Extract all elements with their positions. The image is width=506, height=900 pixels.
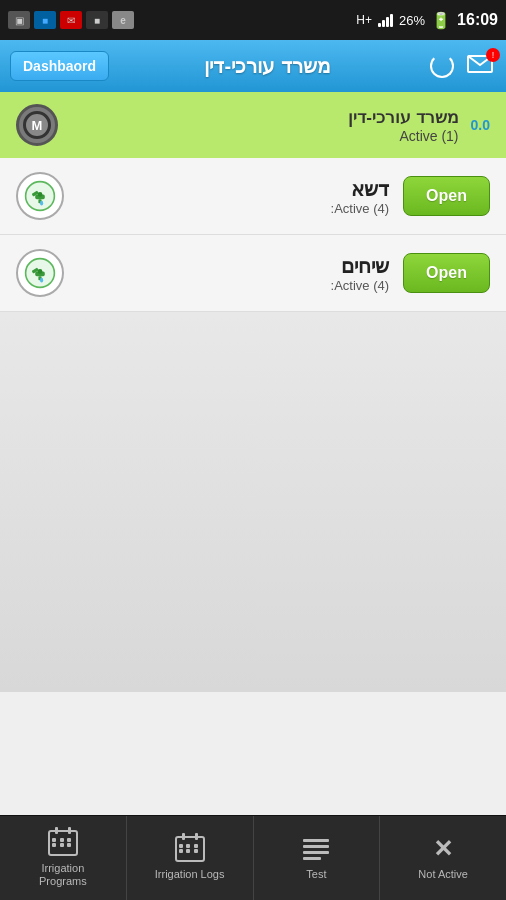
status-bar-right: H+ 26% 🔋 16:09 xyxy=(356,11,498,30)
e-icon: e xyxy=(112,11,134,29)
sim-icon: ■ xyxy=(86,11,108,29)
dashboard-button[interactable]: Dashbaord xyxy=(10,51,109,81)
nav-icons: ! xyxy=(426,50,496,82)
list-item: דשא Active (4): Open xyxy=(0,158,506,235)
active-header-info: משרד עורכי-דין Active (1) xyxy=(70,107,459,144)
active-value: 0.0 xyxy=(471,113,490,137)
signal-bars xyxy=(378,13,393,27)
network-type: H+ xyxy=(356,13,372,27)
nav-bar: Dashbaord משרד עורכי-דין ! xyxy=(0,40,506,92)
tab-label-irrigation-programs: IrrigationPrograms xyxy=(39,862,87,888)
x-mark-icon: ✕ xyxy=(433,837,453,861)
svg-point-12 xyxy=(40,278,43,283)
battery-icon: 🔋 xyxy=(431,11,451,30)
avatar-initial: M xyxy=(32,118,43,133)
empty-space xyxy=(0,312,506,692)
item-name-1: דשא xyxy=(78,177,389,201)
not-active-icon: ✕ xyxy=(425,834,461,864)
irrigation-logs-icon xyxy=(172,834,208,864)
tab-label-irrigation-logs: Irrigation Logs xyxy=(155,868,225,881)
email-icon: ✉ xyxy=(60,11,82,29)
photo-icon: ▣ xyxy=(8,11,30,29)
avatar: M xyxy=(16,104,58,146)
svg-point-11 xyxy=(38,269,43,274)
tab-not-active[interactable]: ✕ Not Active xyxy=(380,816,506,900)
irrigation-list: דשא Active (4): Open שיחים Active (4): xyxy=(0,158,506,312)
list-lines-icon xyxy=(303,839,329,860)
irrigation-programs-icon xyxy=(45,828,81,858)
faucet-icon-shichim xyxy=(16,249,64,297)
active-title: משרד עורכי-דין xyxy=(70,107,459,128)
email-badge: ! xyxy=(486,48,500,62)
tab-test[interactable]: Test xyxy=(254,816,381,900)
envelope-icon: ! xyxy=(467,55,493,77)
svg-point-5 xyxy=(38,192,43,197)
status-bar: ▣ ■ ✉ ■ e H+ 26% 🔋 16:09 xyxy=(0,0,506,40)
sync-icon xyxy=(430,54,454,78)
calendar-icon-2 xyxy=(175,836,205,862)
tab-irrigation-programs[interactable]: IrrigationPrograms xyxy=(0,816,127,900)
status-bar-left: ▣ ■ ✉ ■ e xyxy=(8,11,134,29)
battery-percent: 26% xyxy=(399,13,425,28)
item-name-2: שיחים xyxy=(78,254,389,278)
email-button[interactable]: ! xyxy=(464,50,496,82)
list-item-info-1: דשא Active (4): xyxy=(78,177,389,216)
faucet-icon-dasha xyxy=(16,172,64,220)
calendar-icon-1 xyxy=(48,830,78,856)
svg-point-6 xyxy=(40,201,43,206)
active-status: Active (1) xyxy=(70,128,459,144)
item-status-2: Active (4): xyxy=(78,278,389,293)
faucet-svg-2 xyxy=(24,257,56,289)
tab-label-not-active: Not Active xyxy=(418,868,468,881)
tab-irrigation-logs[interactable]: Irrigation Logs xyxy=(127,816,254,900)
dropbox-icon: ■ xyxy=(34,11,56,29)
test-icon xyxy=(298,834,334,864)
faucet-svg-1 xyxy=(24,180,56,212)
tab-label-test: Test xyxy=(306,868,326,881)
item-status-1: Active (4): xyxy=(78,201,389,216)
list-item-info-2: שיחים Active (4): xyxy=(78,254,389,293)
list-item: שיחים Active (4): Open xyxy=(0,235,506,312)
open-button-2[interactable]: Open xyxy=(403,253,490,293)
main-content: M משרד עורכי-דין Active (1) 0.0 xyxy=(0,92,506,815)
active-header-card: M משרד עורכי-דין Active (1) 0.0 xyxy=(0,92,506,158)
clock: 16:09 xyxy=(457,11,498,29)
sync-button[interactable] xyxy=(426,50,458,82)
open-button-1[interactable]: Open xyxy=(403,176,490,216)
tab-bar: IrrigationPrograms Irrigation Logs Test xyxy=(0,815,506,900)
nav-title: משרד עורכי-דין xyxy=(204,54,330,78)
